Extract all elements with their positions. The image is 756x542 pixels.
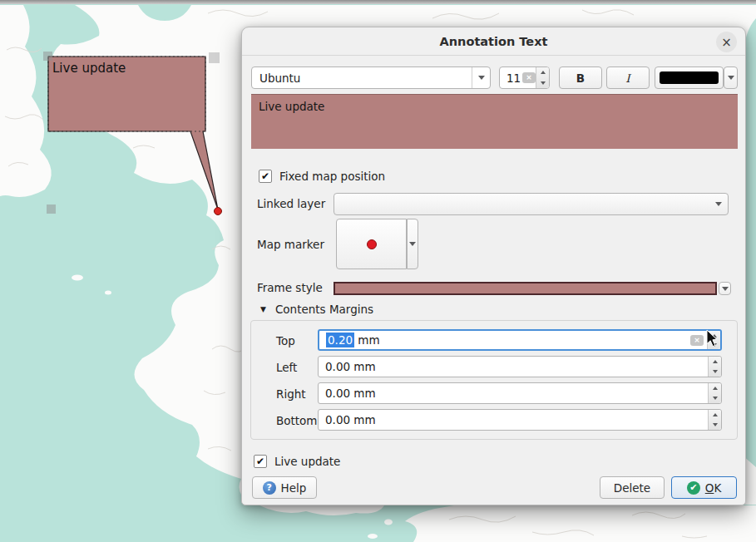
margin-left-label: Left	[276, 361, 297, 374]
contents-margins-group: Top 0.20 mm × Left 0.00 mm Right	[250, 320, 738, 440]
close-button[interactable]: ×	[716, 32, 737, 52]
annotation-anchor-marker[interactable]	[215, 208, 222, 215]
font-family-dropdown[interactable]	[472, 67, 490, 88]
font-family-value: Ubuntu	[252, 71, 472, 85]
delete-button[interactable]: Delete	[600, 476, 665, 499]
spin-up-icon[interactable]	[709, 357, 721, 367]
spin-up-icon[interactable]	[536, 67, 549, 78]
dialog-title: Annotation Text	[440, 35, 548, 48]
margin-bottom-label: Bottom	[276, 414, 318, 427]
collapse-triangle-icon: ▼	[260, 305, 266, 313]
margin-left-spinbox[interactable]: 0.00 mm	[318, 356, 722, 377]
font-family-combobox[interactable]: Ubuntu	[251, 67, 491, 89]
help-icon: ?	[263, 481, 276, 495]
mouse-cursor	[706, 329, 719, 347]
margin-top-value: 0.20 mm	[319, 333, 690, 347]
live-update-label: Live update	[274, 455, 340, 468]
italic-button[interactable]: I	[606, 67, 650, 89]
margin-top-label: Top	[276, 334, 295, 347]
font-color-swatch	[660, 71, 719, 84]
linked-layer-combobox[interactable]	[334, 193, 729, 215]
annotation-text-editor[interactable]: Live update	[251, 94, 738, 149]
clear-icon[interactable]: ×	[522, 72, 536, 83]
spin-up-icon[interactable]	[709, 383, 721, 393]
margin-bottom-spinbox[interactable]: 0.00 mm	[318, 409, 722, 431]
chevron-down-icon	[722, 287, 729, 291]
selection-handle-bottomleft[interactable]	[47, 204, 56, 214]
frame-style-dropdown[interactable]	[719, 282, 731, 295]
linked-layer-dropdown[interactable]	[709, 194, 728, 214]
spin-down-icon[interactable]	[709, 420, 721, 430]
spin-up-icon[interactable]	[709, 410, 721, 420]
contents-margins-header[interactable]: ▼ Contents Margins	[260, 303, 373, 316]
map-marker-symbol-icon	[367, 239, 377, 249]
check-icon: ✔	[256, 456, 264, 466]
font-color-dropdown[interactable]	[724, 67, 738, 89]
map-marker-button[interactable]	[336, 219, 407, 269]
close-icon: ×	[721, 35, 732, 50]
clear-icon[interactable]: ×	[690, 335, 704, 346]
bold-button[interactable]: B	[559, 67, 602, 89]
chevron-down-icon	[728, 76, 734, 80]
font-size-spinner[interactable]	[536, 67, 549, 88]
fixed-map-position-checkbox-row[interactable]: ✔ Fixed map position	[259, 170, 385, 183]
contents-margins-label: Contents Margins	[275, 303, 373, 316]
font-size-spinbox[interactable]: 11 ×	[499, 67, 550, 89]
ok-button[interactable]: ✔ OK	[671, 476, 737, 499]
map-top-strip	[0, 0, 756, 4]
live-update-checkbox-row[interactable]: ✔ Live update	[254, 455, 340, 468]
dialog-titlebar[interactable]: Annotation Text ×	[242, 27, 745, 56]
live-update-checkbox[interactable]: ✔	[254, 455, 267, 468]
font-color-button[interactable]	[655, 67, 724, 89]
font-size-value: 11	[500, 71, 522, 85]
annotation-balloon-text: Live update	[52, 61, 126, 76]
chevron-down-icon	[478, 76, 485, 80]
margin-top-spinbox[interactable]: 0.20 mm ×	[318, 329, 722, 351]
annotation-text-dialog: Annotation Text × Ubuntu 11 × B	[241, 27, 746, 505]
spin-down-icon[interactable]	[536, 78, 549, 89]
help-button[interactable]: ? Help	[252, 476, 317, 499]
chevron-down-icon	[409, 242, 416, 246]
screenshot-root: Live update Annotation Text × Ubuntu 11	[0, 0, 756, 542]
frame-style-preview[interactable]	[334, 282, 717, 295]
ok-check-icon: ✔	[687, 481, 700, 495]
frame-style-label: Frame style	[257, 281, 323, 294]
selection-handle-topleft[interactable]	[43, 52, 52, 61]
margin-bottom-spinner[interactable]	[708, 410, 721, 430]
fixed-map-position-checkbox[interactable]: ✔	[259, 170, 272, 183]
map-marker-dropdown[interactable]	[407, 219, 418, 269]
margin-right-label: Right	[276, 387, 306, 401]
margin-bottom-value: 0.00 mm	[319, 413, 708, 426]
annotation-text-editor-value: Live update	[259, 100, 324, 113]
linked-layer-label: Linked layer	[257, 197, 325, 210]
margin-left-spinner[interactable]	[708, 357, 721, 377]
check-icon: ✔	[261, 171, 269, 181]
selection-handle-topright[interactable]	[209, 52, 220, 63]
margin-right-spinbox[interactable]: 0.00 mm	[318, 382, 722, 404]
margin-right-spinner[interactable]	[708, 383, 721, 403]
chevron-down-icon	[715, 202, 722, 206]
spin-down-icon[interactable]	[709, 367, 721, 377]
margin-left-value: 0.00 mm	[319, 360, 708, 373]
map-marker-label: Map marker	[257, 238, 324, 251]
fixed-map-position-label: Fixed map position	[279, 170, 385, 183]
margin-right-value: 0.00 mm	[319, 387, 708, 400]
spin-down-icon[interactable]	[709, 393, 721, 403]
